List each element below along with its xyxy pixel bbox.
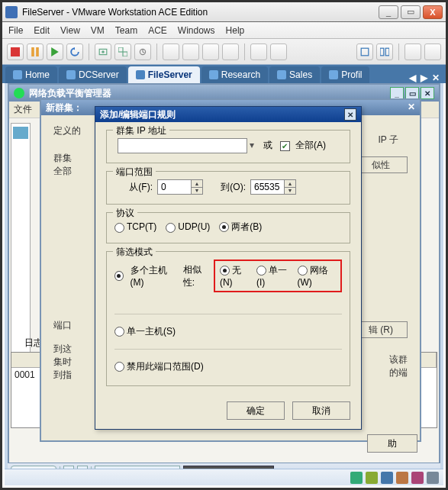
tab-fileserver[interactable]: FileServer [128,66,200,83]
all-checkbox[interactable]: ✔ [280,141,290,151]
menu-windows[interactable]: Windows [178,25,215,36]
svg-rect-10 [361,48,369,56]
affinity-none-radio[interactable] [220,266,230,276]
status-hdd-icon[interactable] [350,472,363,484]
menu-edit[interactable]: Edit [34,25,50,36]
nlb-close[interactable]: ✕ [421,87,434,99]
maximize-button[interactable]: ▭ [401,5,421,19]
status-net-icon[interactable] [381,472,393,484]
svg-marker-3 [51,47,59,56]
minimize-button[interactable]: _ [379,5,398,19]
svg-rect-12 [385,48,389,56]
stop-button[interactable] [7,44,24,60]
spin-up-icon[interactable]: ▲ [192,180,202,188]
svg-rect-11 [380,48,384,56]
tab-label: Profil [341,69,362,80]
from-label: 从(F): [114,181,153,194]
to-spinner[interactable]: 65535 ▲▼ [250,179,296,195]
tab-sales[interactable]: Sales [269,66,320,83]
menu-team[interactable]: Team [115,25,137,36]
vmware-icon [5,6,18,18]
nlb-tree-root-icon [13,127,28,139]
udp-radio[interactable] [166,223,176,233]
affinity-single-radio[interactable] [256,266,266,276]
tab-profile[interactable]: Profil [321,66,369,83]
status-grab-icon[interactable] [427,472,439,484]
protocol-legend: 协议 [113,207,137,220]
cluster-edit-button[interactable]: 辑 (R) [354,321,408,338]
close-button[interactable]: X [423,5,443,19]
help-button[interactable]: 助 [367,434,417,453]
from-spinner[interactable]: 0 ▲▼ [157,179,203,195]
dropdown-icon[interactable]: ▾ [247,140,256,150]
port-dialog-close[interactable]: ✕ [344,108,356,121]
cluster-similarity-button[interactable]: 似性 [354,156,408,173]
tcp-radio[interactable] [114,223,124,233]
view-multi-button[interactable] [376,44,393,60]
tcp-label: TCP(T) [127,221,156,232]
menu-view[interactable]: View [60,25,80,36]
play-button[interactable] [47,44,63,60]
tab-dcserver[interactable]: DCServer [59,66,127,83]
tb-btn-c[interactable] [202,44,219,60]
nlb-maximize[interactable]: ▭ [405,87,419,99]
single-host-label: 单一主机(S) [127,326,176,337]
port-rule-dialog: 添加/编辑端口规则 ✕ 群集 IP 地址 ▾ 或 ✔ 全部(A) 端口范围 从(… [95,106,362,430]
both-label: 两者(B) [231,221,262,232]
tb-btn-b[interactable] [182,44,199,60]
single-host-radio[interactable] [114,327,124,337]
multi-host-radio[interactable] [114,271,124,281]
spin-down-icon[interactable]: ▼ [192,188,202,195]
tb-btn-d[interactable] [222,44,239,60]
spin-down-icon[interactable]: ▼ [285,188,295,195]
view-single-button[interactable] [356,44,373,60]
cancel-button[interactable]: 取消 [292,401,350,420]
or-label: 或 [263,140,272,150]
pause-button[interactable] [27,44,44,60]
tb-btn-e[interactable] [250,44,267,60]
cluster-ip-field[interactable] [118,138,247,153]
tb-btn-f[interactable] [270,44,287,60]
cluster-close-icon[interactable]: ✕ [408,102,415,114]
menu-file[interactable]: File [8,25,23,36]
both-radio[interactable] [219,222,229,232]
to-label: 到(O): [208,181,246,194]
snapshot-button[interactable] [95,44,111,60]
unity-button[interactable] [424,44,441,60]
affinity-network-radio[interactable] [298,266,308,276]
tab-label: Home [25,69,50,80]
tb-btn-a[interactable] [163,44,179,60]
menu-help[interactable]: Help [226,25,245,36]
nlb-menu-file[interactable]: 文件 [14,103,32,116]
cluster-right-label: IP 子 [379,134,398,147]
status-usb-icon[interactable] [396,472,408,484]
reset-button[interactable] [66,44,83,60]
vm-icon [66,70,76,79]
status-sound-icon[interactable] [411,472,424,484]
tab-nav-right[interactable]: ▶ [421,73,427,83]
tab-nav-close[interactable]: ✕ [432,73,440,83]
tab-research[interactable]: Research [201,66,268,83]
vmware-menubar: File Edit View VM Team ACE Windows Help [2,22,446,39]
status-cd-icon[interactable] [366,472,378,484]
menu-ace[interactable]: ACE [148,25,167,36]
menu-vm[interactable]: VM [91,25,105,36]
nlb-minimize[interactable]: _ [390,87,404,99]
protocol-group: 协议 TCP(T) UDP(U) 两者(B) [106,212,350,243]
port-dialog-titlebar[interactable]: 添加/编辑端口规则 ✕ [95,107,361,122]
affinity-highlight: 无(N) 单一(I) 网络(W) [214,260,342,292]
snapshot-mgr-button[interactable] [114,44,131,60]
ok-button[interactable]: 确定 [227,401,285,420]
nlb-title-text: 网络负载平衡管理器 [29,87,111,100]
fullscreen-button[interactable] [404,44,421,60]
port-range-group: 端口范围 从(F): 0 ▲▼ 到(O): 65535 ▲▼ [106,171,350,205]
disable-range-radio[interactable] [114,362,124,372]
svg-rect-7 [118,47,123,52]
tab-label: DCServer [79,69,119,80]
vm-icon [329,70,338,79]
port-range-legend: 端口范围 [113,166,156,179]
spin-up-icon[interactable]: ▲ [285,180,295,188]
tab-nav-left[interactable]: ◀ [409,73,416,83]
revert-button[interactable] [134,44,151,60]
tab-home[interactable]: Home [5,66,57,83]
